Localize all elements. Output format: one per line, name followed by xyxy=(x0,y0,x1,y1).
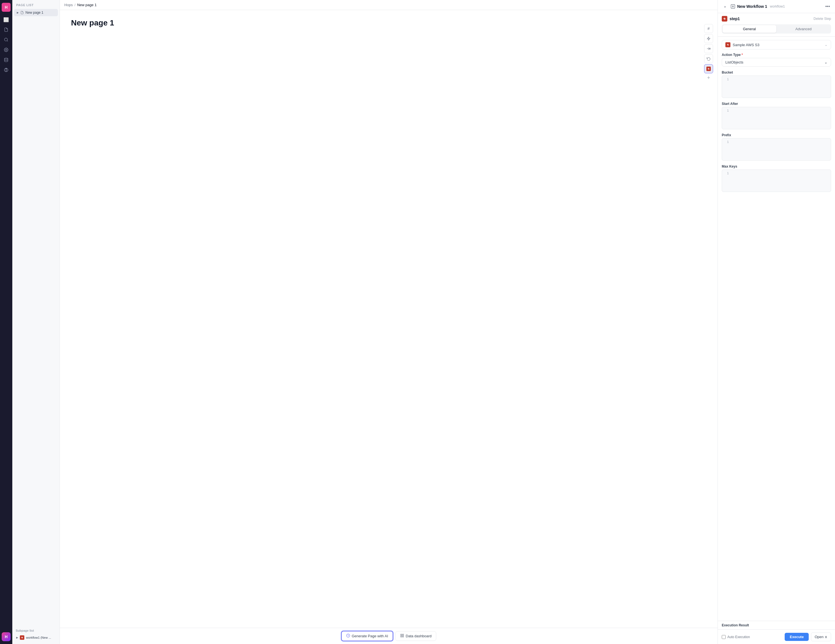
open-btn-label: Open xyxy=(815,635,824,639)
action-type-chevron-icon: ⌄ xyxy=(824,60,827,64)
execution-result-label: Execution Result xyxy=(722,623,749,627)
collapse-icon: » xyxy=(724,5,726,9)
main-header: Hops / New page 1 xyxy=(60,0,718,10)
tab-bar: General Advanced xyxy=(722,24,831,34)
svg-point-3 xyxy=(5,58,8,59)
bucket-line-num: 1 xyxy=(725,78,729,81)
svg-point-2 xyxy=(6,49,7,50)
workflow-title: » New Workflow 1 workflow1 xyxy=(722,3,785,10)
svg-marker-5 xyxy=(707,68,710,70)
execution-result-bar: Execution Result xyxy=(718,621,835,629)
subpage-item[interactable]: ▶ workflow1 (New ... xyxy=(14,634,58,641)
delete-step-btn[interactable]: Delete Step xyxy=(814,17,831,21)
svg-marker-4 xyxy=(707,37,710,40)
svg-rect-10 xyxy=(401,636,402,637)
max-keys-field: Max Keys 1 xyxy=(722,164,831,192)
action-type-value: ListObjects xyxy=(725,60,743,64)
workflow-id: workflow1 xyxy=(770,5,785,8)
right-panel-header: » New Workflow 1 workflow1 ••• xyxy=(718,0,835,13)
step-title: step1 xyxy=(722,16,740,21)
hash-toolbar-btn[interactable]: # xyxy=(704,24,713,33)
auto-execution-label: Auto Execution xyxy=(727,635,750,639)
generate-page-label: Generate Page with AI xyxy=(352,634,388,638)
execute-btn[interactable]: Execute xyxy=(785,633,809,641)
chevron-right-icon: ▶ xyxy=(17,11,19,14)
bucket-editor[interactable]: 1 xyxy=(722,76,831,98)
datasource-chevron-icon: ⌄ xyxy=(825,43,827,47)
sidebar-search-icon[interactable] xyxy=(2,35,11,44)
start-after-field: Start After 1 xyxy=(722,102,831,129)
sidebar-icons: H ⬜ H xyxy=(0,0,12,644)
subpage-header: Subpage list xyxy=(14,628,58,634)
sidebar-brain-icon[interactable] xyxy=(2,65,11,75)
subpage-workflow-icon xyxy=(20,635,24,640)
generate-page-btn[interactable]: Generate Page with AI xyxy=(341,631,393,641)
page-title: New page 1 xyxy=(71,18,707,28)
auto-execution-wrap: Auto Execution xyxy=(722,635,750,639)
tab-general[interactable]: General xyxy=(723,25,776,33)
breadcrumb-current: New page 1 xyxy=(77,3,96,7)
open-chevron-icon: ∧ xyxy=(825,635,827,639)
step-icon xyxy=(722,16,727,21)
svg-rect-9 xyxy=(403,636,403,637)
sidebar-top-logo: H xyxy=(2,3,11,12)
max-keys-label: Max Keys xyxy=(722,164,831,168)
panel-footer: Auto Execution Execute Open ∧ xyxy=(718,629,835,644)
bottom-bar: Generate Page with AI Data dashboard xyxy=(60,628,718,644)
workflow-panel-icon xyxy=(730,4,736,9)
panel-body: Sample AWS S3 ⌄ Action Type * ListObject… xyxy=(718,37,835,621)
breadcrumb-separator: / xyxy=(75,3,75,7)
share-toolbar-btn[interactable] xyxy=(704,44,713,53)
svg-rect-8 xyxy=(403,634,403,635)
start-after-editor[interactable]: 1 xyxy=(722,107,831,129)
history-toolbar-btn[interactable] xyxy=(704,54,713,63)
subpage-item-label: workflow1 (New ... xyxy=(26,636,51,639)
breadcrumb-parent[interactable]: Hops xyxy=(64,3,73,7)
bolt-toolbar-btn[interactable] xyxy=(704,34,713,43)
sidebar-document-icon[interactable] xyxy=(2,25,11,34)
svg-point-0 xyxy=(5,38,8,41)
prefix-line-num: 1 xyxy=(725,140,729,143)
sidebar-database-icon[interactable] xyxy=(2,55,11,64)
datasource-label: Sample AWS S3 xyxy=(733,43,760,47)
data-dashboard-btn[interactable]: Data dashboard xyxy=(395,631,437,641)
step-name: step1 xyxy=(729,16,740,21)
bucket-field: Bucket 1 xyxy=(722,70,831,98)
data-dashboard-label: Data dashboard xyxy=(406,634,432,638)
generate-icon xyxy=(346,634,350,638)
datasource-icon xyxy=(725,42,730,47)
prefix-editor[interactable]: 1 xyxy=(722,138,831,161)
panel-more-btn[interactable]: ••• xyxy=(824,3,831,10)
page-list-item[interactable]: ▶ New page 1 xyxy=(14,9,58,16)
tab-advanced[interactable]: Advanced xyxy=(777,25,830,33)
doc-icon xyxy=(20,11,24,14)
svg-line-1 xyxy=(7,41,8,41)
page-list-panel: Page list ▶ New page 1 Subpage list ▶ wo… xyxy=(12,0,60,644)
action-type-select[interactable]: ListObjects ⌄ xyxy=(722,58,831,67)
datasource-dropdown[interactable]: Sample AWS S3 ⌄ xyxy=(722,40,831,49)
sidebar-pages-icon[interactable]: ⬜ xyxy=(2,15,11,24)
sidebar-settings-icon[interactable] xyxy=(2,46,11,54)
panel-collapse-btn[interactable]: » xyxy=(722,3,728,10)
svg-rect-7 xyxy=(401,634,402,635)
main-content: New page 1 # + xyxy=(60,10,718,628)
bottom-logo: H xyxy=(2,632,11,641)
subpage-section: Subpage list ▶ workflow1 (New ... xyxy=(12,625,60,644)
auto-execution-checkbox[interactable] xyxy=(722,635,726,639)
open-btn[interactable]: Open ∧ xyxy=(811,633,831,641)
floating-toolbar: # + xyxy=(704,24,713,81)
required-indicator: * xyxy=(742,53,743,57)
max-keys-editor[interactable]: 1 xyxy=(722,169,831,192)
prefix-label: Prefix xyxy=(722,133,831,137)
footer-right: Execute Open ∧ xyxy=(785,633,831,641)
dashboard-icon xyxy=(400,634,404,638)
add-toolbar-btn[interactable]: + xyxy=(705,75,712,81)
workflow-toolbar-btn[interactable] xyxy=(704,64,713,73)
svg-marker-12 xyxy=(723,17,726,20)
prefix-field: Prefix 1 xyxy=(722,133,831,161)
start-after-line-num: 1 xyxy=(725,109,729,112)
main-area: Hops / New page 1 New page 1 # + xyxy=(60,0,718,644)
right-panel: » New Workflow 1 workflow1 ••• step1 Del… xyxy=(718,0,835,644)
start-after-label: Start After xyxy=(722,102,831,106)
step-section: step1 Delete Step General Advanced xyxy=(718,13,835,37)
